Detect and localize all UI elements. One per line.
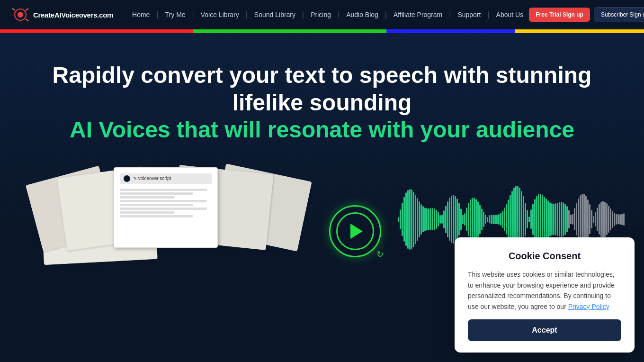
- waveform-bar: [468, 203, 469, 236]
- waveform-bar: [561, 202, 562, 237]
- cookie-accept-button[interactable]: Accept: [468, 319, 621, 341]
- waveform-bar: [546, 199, 547, 240]
- nav-support[interactable]: Support: [452, 7, 486, 22]
- waveform-bar: [566, 206, 568, 232]
- doc-line-5: [120, 204, 193, 206]
- doc-line-8: [120, 215, 193, 217]
- nav-sound-library[interactable]: Sound Library: [249, 7, 301, 22]
- nav-pricing[interactable]: Pricing: [305, 7, 337, 22]
- waveform-bar: [617, 214, 619, 224]
- waveform-bar: [430, 208, 431, 230]
- waveform-bar: [572, 214, 573, 225]
- doc-logo-icon: [124, 175, 130, 182]
- site-name-text: CreateAIVoiceovers.com: [33, 11, 113, 19]
- waveform-bar: [449, 198, 450, 241]
- waveform-bar: [589, 204, 590, 234]
- privacy-policy-link[interactable]: Privacy Policy: [568, 303, 609, 310]
- nav-audio-blog[interactable]: Audio Blog: [340, 7, 384, 22]
- waveform-bar: [547, 200, 549, 238]
- waveform-bar: [538, 194, 539, 244]
- waveform-bar: [510, 195, 511, 244]
- waveform-bar: [483, 212, 484, 227]
- waveform-bar: [549, 202, 551, 236]
- waveform-bar: [610, 208, 611, 230]
- cookie-body-text: This website uses cookies or similar tec…: [468, 269, 621, 312]
- nav-divider-8: |: [486, 10, 490, 19]
- nav-links-list: Home | Try Me | Voice Library | Sound Li…: [126, 7, 529, 22]
- nav-affiliate-program[interactable]: Affiliate Program: [388, 7, 448, 22]
- nav-about-us[interactable]: About Us: [491, 7, 529, 22]
- doc-line-6: [120, 208, 207, 210]
- doc-header-label: ✎ voiceover script: [133, 176, 171, 181]
- nav-home[interactable]: Home: [126, 7, 155, 22]
- waveform-bar: [475, 199, 477, 240]
- cookie-title: Cookie Consent: [468, 251, 621, 262]
- free-trial-button[interactable]: Free Trial Sign up: [529, 8, 590, 22]
- doc-line-1: [120, 189, 207, 191]
- waveform-bar: [595, 212, 596, 226]
- waveform-bar: [496, 215, 498, 224]
- waveform-bar: [398, 217, 399, 222]
- waveform-bar: [608, 206, 609, 233]
- waveform-bar: [498, 214, 500, 225]
- waveform-bar: [464, 213, 465, 226]
- play-button-inner[interactable]: [336, 212, 374, 250]
- nav-divider-6: |: [384, 10, 388, 19]
- waveform-bar: [445, 206, 447, 233]
- waveform-bar: [451, 196, 452, 243]
- doc-page-main: ✎ voiceover script: [114, 167, 218, 248]
- waveform-bar: [557, 203, 558, 236]
- nav-try-me[interactable]: Try Me: [160, 7, 191, 22]
- waveform-bar: [553, 204, 555, 235]
- waveform-bar: [502, 211, 503, 228]
- navbar: CreateAIVoiceovers.com Home | Try Me | V…: [0, 0, 644, 29]
- doc-line-2: [120, 192, 193, 195]
- waveform-bar: [460, 208, 462, 230]
- hero-title-part2: AI Voices that will resonate with your a…: [70, 117, 574, 142]
- nav-divider-2: |: [191, 10, 195, 19]
- waveform-bar: [409, 189, 411, 250]
- waveform-bar: [542, 195, 543, 244]
- waveform-bar: [536, 196, 537, 243]
- waveform-bar: [570, 215, 572, 224]
- waveform-bar: [492, 215, 494, 224]
- nav-voice-library[interactable]: Voice Library: [195, 7, 245, 22]
- waveform-bar: [420, 204, 422, 235]
- waveform-bar: [555, 203, 556, 235]
- waveform-bar: [559, 202, 560, 236]
- waveform-bar: [419, 201, 420, 237]
- waveform-bar: [405, 192, 407, 246]
- play-button-outer[interactable]: ↻: [329, 205, 381, 257]
- waveform-bar: [604, 202, 606, 237]
- waveform-bar: [506, 204, 507, 235]
- waveform-bar: [424, 208, 426, 231]
- play-button-container[interactable]: ↻: [327, 205, 384, 257]
- waveform-bar: [623, 213, 625, 226]
- waveform-bar: [574, 208, 575, 230]
- site-logo[interactable]: CreateAIVoiceovers.com: [11, 6, 113, 24]
- waveform-bar: [619, 214, 621, 225]
- waveform-bar: [441, 215, 443, 224]
- play-icon: [350, 224, 363, 239]
- doc-header: ✎ voiceover script: [120, 173, 212, 184]
- waveform-bar: [443, 210, 445, 228]
- nav-divider-7: |: [448, 10, 452, 19]
- waveform-bar: [474, 198, 475, 241]
- waveform-bar: [544, 197, 545, 242]
- waveform-bar: [455, 196, 456, 243]
- waveform-bar: [462, 215, 464, 224]
- waveform-bar: [508, 199, 509, 239]
- refresh-arrows-icon: ↻: [376, 249, 384, 260]
- waveform-bar: [411, 190, 412, 249]
- waveform-bar: [453, 195, 454, 244]
- waveform-bar: [599, 204, 600, 235]
- doc-line-7: [120, 211, 175, 214]
- nav-divider-3: |: [245, 10, 249, 19]
- document-stack: ✎ voiceover script COLLECTION OF MY BEST…: [19, 163, 313, 257]
- subscriber-signup-button[interactable]: Subscriber Sign up: [594, 7, 644, 22]
- waveform-bar: [576, 203, 577, 235]
- doc-lines: [120, 189, 212, 217]
- waveform-bar: [432, 208, 433, 230]
- waveform-bar: [585, 196, 587, 243]
- waveform-bar: [422, 206, 424, 232]
